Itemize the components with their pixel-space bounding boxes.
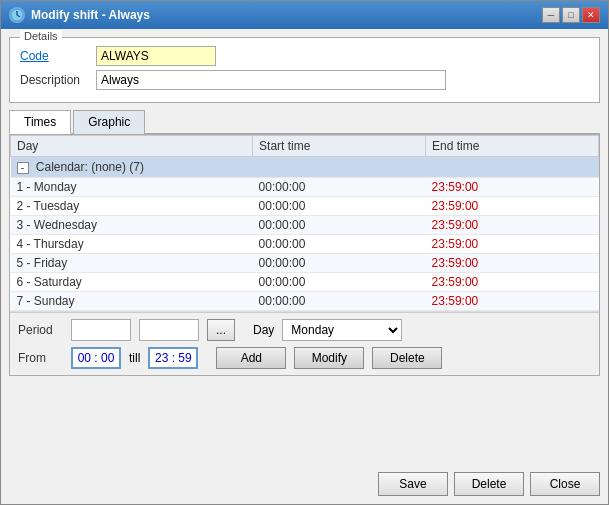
calendar-label: - Calendar: (none) (7)	[11, 157, 599, 178]
minimize-button[interactable]: ─	[542, 7, 560, 23]
table-row: 1 - Monday 00:00:00 23:59:00	[11, 178, 599, 197]
start-cell: 00:00:00	[253, 292, 426, 311]
till-label: till	[129, 351, 140, 365]
title-buttons: ─ □ ✕	[542, 7, 600, 23]
main-content: Details Code Description Times Graphic	[1, 29, 608, 466]
table-row: 6 - Saturday 00:00:00 23:59:00	[11, 273, 599, 292]
period-input-2[interactable]	[139, 319, 199, 341]
details-group: Details Code Description	[9, 37, 600, 103]
period-label: Period	[18, 323, 63, 337]
close-window-button[interactable]: ✕	[582, 7, 600, 23]
from-label: From	[18, 351, 63, 365]
from-time-input[interactable]	[71, 347, 121, 369]
title-bar: Modify shift - Always ─ □ ✕	[1, 1, 608, 29]
start-cell: 00:00:00	[253, 235, 426, 254]
tab-graphic[interactable]: Graphic	[73, 110, 145, 134]
code-label-link[interactable]: Code	[20, 49, 90, 63]
till-time-input[interactable]	[148, 347, 198, 369]
start-cell: 00:00:00	[253, 178, 426, 197]
modify-button[interactable]: Modify	[294, 347, 364, 369]
close-button[interactable]: Close	[530, 472, 600, 496]
end-cell: 23:59:00	[426, 216, 599, 235]
details-legend: Details	[20, 30, 62, 42]
table-row: 3 - Wednesday 00:00:00 23:59:00	[11, 216, 599, 235]
day-cell: 6 - Saturday	[11, 273, 253, 292]
end-cell: 23:59:00	[426, 178, 599, 197]
table-row: 4 - Thursday 00:00:00 23:59:00	[11, 235, 599, 254]
maximize-button[interactable]: □	[562, 7, 580, 23]
table-row: 2 - Tuesday 00:00:00 23:59:00	[11, 197, 599, 216]
start-cell: 00:00:00	[253, 216, 426, 235]
end-cell: 23:59:00	[426, 292, 599, 311]
start-cell: 00:00:00	[253, 273, 426, 292]
day-label: Day	[253, 323, 274, 337]
end-cell: 23:59:00	[426, 235, 599, 254]
row-delete-button[interactable]: Delete	[372, 347, 442, 369]
day-select[interactable]: Monday Tuesday Wednesday Thursday Friday…	[282, 319, 402, 341]
save-button[interactable]: Save	[378, 472, 448, 496]
browse-button[interactable]: ...	[207, 319, 235, 341]
period-input-1[interactable]	[71, 319, 131, 341]
period-row: Period ... Day Monday Tuesday Wednesday …	[18, 319, 591, 341]
entry-controls: Period ... Day Monday Tuesday Wednesday …	[10, 312, 599, 375]
day-cell: 5 - Friday	[11, 254, 253, 273]
table-row: 7 - Sunday 00:00:00 23:59:00	[11, 292, 599, 311]
day-cell: 7 - Sunday	[11, 292, 253, 311]
day-cell: 4 - Thursday	[11, 235, 253, 254]
end-cell: 23:59:00	[426, 197, 599, 216]
schedule-table: Day Start time End time - Calendar: (non…	[10, 135, 599, 311]
schedule-table-area: Day Start time End time - Calendar: (non…	[10, 135, 599, 312]
tabs-container: Times Graphic Day Start time End time	[9, 109, 600, 376]
description-input[interactable]	[96, 70, 446, 90]
end-cell: 23:59:00	[426, 254, 599, 273]
description-label: Description	[20, 73, 90, 87]
window-title: Modify shift - Always	[31, 8, 150, 22]
main-window: Modify shift - Always ─ □ ✕ Details Code…	[0, 0, 609, 505]
description-row: Description	[20, 70, 589, 90]
start-cell: 00:00:00	[253, 197, 426, 216]
footer-buttons: Save Delete Close	[1, 466, 608, 504]
add-button[interactable]: Add	[216, 347, 286, 369]
title-bar-left: Modify shift - Always	[9, 7, 150, 23]
start-cell: 00:00:00	[253, 254, 426, 273]
col-header-end: End time	[426, 136, 599, 157]
delete-button[interactable]: Delete	[454, 472, 524, 496]
tab-times[interactable]: Times	[9, 110, 71, 134]
col-header-day: Day	[11, 136, 253, 157]
time-row: From till Add Modify Delete	[18, 347, 591, 369]
table-row: 5 - Friday 00:00:00 23:59:00	[11, 254, 599, 273]
tab-bar: Times Graphic	[9, 109, 600, 134]
day-cell: 1 - Monday	[11, 178, 253, 197]
expand-icon[interactable]: -	[17, 162, 29, 174]
col-header-start: Start time	[253, 136, 426, 157]
code-input[interactable]	[96, 46, 216, 66]
app-icon	[9, 7, 25, 23]
code-row: Code	[20, 46, 589, 66]
times-panel: Day Start time End time - Calendar: (non…	[9, 134, 600, 376]
day-cell: 2 - Tuesday	[11, 197, 253, 216]
end-cell: 23:59:00	[426, 273, 599, 292]
calendar-group-row: - Calendar: (none) (7)	[11, 157, 599, 178]
day-cell: 3 - Wednesday	[11, 216, 253, 235]
